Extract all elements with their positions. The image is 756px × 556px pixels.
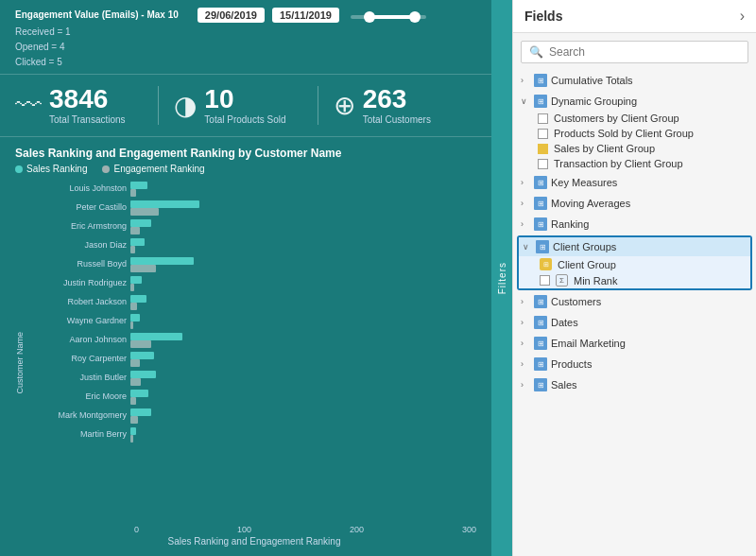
stat-value-customers: 263 <box>363 86 431 113</box>
chevron-icon: › <box>521 297 530 306</box>
table-icon: ⊞ <box>534 217 547 231</box>
field-item[interactable]: ⊞Client Group <box>519 256 750 272</box>
slider-thumb-right[interactable] <box>409 11 421 23</box>
fields-collapse-button[interactable]: › <box>740 8 745 25</box>
bar-sales <box>130 257 194 265</box>
field-item[interactable]: ΣMin Rank <box>519 272 750 288</box>
field-group-header[interactable]: ›⊞Moving Averages <box>517 194 752 213</box>
search-input[interactable] <box>549 45 740 59</box>
group-name-label: Key Measures <box>551 177 617 188</box>
bar-engagement <box>130 303 137 310</box>
field-group-ranking: ›⊞Ranking <box>517 215 752 234</box>
bar-container <box>130 388 476 405</box>
field-group-header[interactable]: ›⊞Ranking <box>517 215 752 234</box>
bar-engagement <box>130 340 151 348</box>
stat-label-customers: Total Customers <box>363 114 431 125</box>
field-label: Sales by Client Group <box>554 143 655 154</box>
bar-label: Robert Jackson <box>32 297 127 306</box>
field-group-header[interactable]: ›⊞Customers <box>517 292 752 311</box>
bar-sales <box>130 295 146 303</box>
filters-strip[interactable]: Filters <box>491 0 512 556</box>
slider-thumb-left[interactable] <box>364 11 375 23</box>
chart-x-labels: 0 100 200 300 <box>134 525 476 534</box>
bar-sales <box>130 276 142 284</box>
bar-row: Louis Johnston <box>32 180 476 197</box>
engagement-info: Engagement Value (Emails) - Max 10 Recei… <box>15 8 179 70</box>
date-slider-track[interactable] <box>351 15 426 19</box>
group-name-label: Email Marketing <box>551 338 626 349</box>
bar-sales <box>130 200 199 208</box>
field-item[interactable]: Products Sold by Client Group <box>517 126 752 141</box>
field-group-cumulative-totals: ›⊞Cumulative Totals <box>517 71 752 90</box>
bar-row: Justin Rodriguez <box>32 274 476 291</box>
field-label: Min Rank <box>574 275 617 287</box>
field-checkbox-checked[interactable] <box>538 144 548 154</box>
field-group-header[interactable]: ›⊞Products <box>517 355 752 374</box>
group-name-label: Ranking <box>551 218 589 230</box>
bar-sales <box>130 333 182 340</box>
filters-label: Filters <box>497 262 507 294</box>
bar-row: Eric Armstrong <box>32 217 476 235</box>
legend-sales: Sales Ranking <box>15 164 87 174</box>
field-group-header[interactable]: ›⊞Sales <box>517 375 752 394</box>
field-label: Client Group <box>558 259 616 270</box>
sigma-icon: Σ <box>556 274 568 287</box>
bar-sales <box>130 390 148 397</box>
stat-label-transactions: Total Transactions <box>49 114 126 125</box>
field-checkbox[interactable] <box>540 275 550 286</box>
field-item[interactable]: Transaction by Client Group <box>517 156 752 171</box>
chevron-icon: › <box>521 359 530 369</box>
field-label: Transaction by Client Group <box>554 158 683 169</box>
table-icon: ⊞ <box>534 378 547 391</box>
field-group-dates: ›⊞Dates <box>517 313 752 332</box>
date-badge-start[interactable]: 29/06/2019 <box>198 8 265 23</box>
stat-value-products: 10 <box>204 86 285 113</box>
chevron-icon: ∨ <box>523 242 532 252</box>
bar-engagement <box>130 284 134 291</box>
field-label: Customers by Client Group <box>554 113 679 124</box>
bar-container <box>130 274 476 291</box>
field-group-header[interactable]: ›⊞Cumulative Totals <box>517 71 752 90</box>
bar-sales <box>130 352 154 359</box>
field-group-header[interactable]: ∨⊞Dynamic Grouping <box>517 92 752 111</box>
field-checkbox[interactable] <box>538 129 548 139</box>
bar-sales <box>130 371 156 378</box>
field-checkbox[interactable] <box>538 159 548 169</box>
table-icon: ⊞ <box>534 316 547 329</box>
stat-products: ◑ 10 Total Products Sold <box>159 86 318 125</box>
right-panel: Fields › 🔍 ›⊞Cumulative Totals∨⊞Dynamic … <box>512 0 756 556</box>
date-badge-end[interactable]: 15/11/2019 <box>272 8 339 23</box>
field-yellow-icon: ⊞ <box>540 258 552 270</box>
field-item[interactable]: Customers by Client Group <box>517 111 752 126</box>
field-group-header[interactable]: ›⊞Key Measures <box>517 173 752 192</box>
group-name-label: Dynamic Grouping <box>551 96 637 107</box>
chevron-icon: › <box>521 219 530 229</box>
field-group-customers: ›⊞Customers <box>517 292 752 311</box>
bar-container <box>130 407 476 424</box>
engagement-opened: Opened = 4 <box>15 40 179 55</box>
bar-container <box>130 312 476 329</box>
bar-label: Justin Rodriguez <box>32 278 127 287</box>
field-checkbox[interactable] <box>538 113 548 124</box>
bar-label: Justin Butler <box>32 373 127 382</box>
bar-sales <box>130 182 147 189</box>
bar-sales <box>130 427 136 435</box>
engagement-area: Engagement Value (Emails) - Max 10 Recei… <box>0 0 491 75</box>
stat-icon-transactions: 〰 <box>15 90 42 121</box>
bar-engagement <box>130 378 141 386</box>
chevron-icon: › <box>521 339 530 348</box>
chevron-icon: › <box>521 318 530 327</box>
left-panel: Engagement Value (Emails) - Max 10 Recei… <box>0 0 491 556</box>
group-name-label: Products <box>551 358 592 370</box>
engagement-clicked: Clicked = 5 <box>15 55 179 70</box>
field-group-header[interactable]: ∨⊞Client Groups <box>519 237 750 256</box>
chart-content: Louis JohnstonPeter CastilloEric Armstro… <box>32 180 476 523</box>
bar-label: Eric Moore <box>32 391 127 401</box>
field-group-header[interactable]: ›⊞Dates <box>517 313 752 332</box>
field-group-header[interactable]: ›⊞Email Marketing <box>517 334 752 353</box>
field-item[interactable]: Sales by Client Group <box>517 141 752 156</box>
bar-label: Russell Boyd <box>32 259 127 269</box>
stat-transactions: 〰 3846 Total Transactions <box>15 86 159 125</box>
bar-container <box>130 331 476 348</box>
legend-dot-sales <box>15 165 23 173</box>
